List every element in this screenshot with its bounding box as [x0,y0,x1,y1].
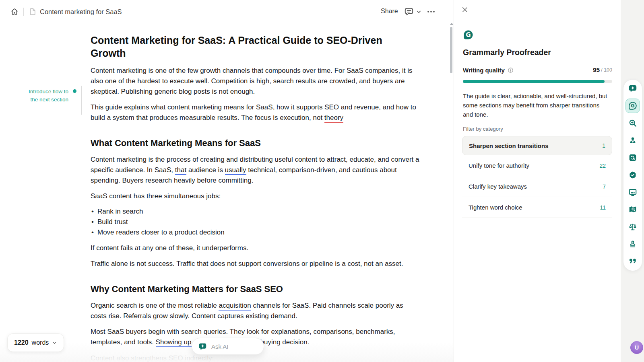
share-button[interactable]: Share [381,8,398,15]
editor-canvas[interactable]: Content Marketing for SaaS: A Practical … [91,23,420,362]
category-count: 7 [603,183,606,190]
svg-text:G: G [631,103,634,109]
plagiarism-check-icon[interactable] [623,201,642,218]
fairness-icon[interactable] [623,218,642,235]
suggestion-underline-blue[interactable]: acquisition [219,302,251,311]
topbar-divider [23,8,24,16]
quality-badge-icon[interactable] [623,166,642,183]
category-tighten-word-choice[interactable]: Tighten word choice 11 [462,197,612,218]
document-scrollbar[interactable] [450,27,452,73]
document-title: Content marketing for SaaS [40,8,122,16]
category-count: 1 [602,142,605,149]
personalize-icon[interactable] [623,132,642,149]
doc-paragraph-intro[interactable]: Content marketing is one of the few grow… [91,66,420,97]
margin-comment[interactable]: Introduce flow to the next section [23,88,68,103]
stamp-icon[interactable] [623,235,642,253]
doc-bullet-list[interactable]: Rank in search Build trust Move readers … [91,206,420,238]
quality-summary: The guide is clear, actionable, and well… [463,91,611,119]
doc-paragraph-guide[interactable]: This guide explains what content marketi… [91,102,420,123]
quality-score: 95 [593,66,600,74]
writing-quality-label: Writing quality [463,67,505,74]
grammarly-icon[interactable]: G [623,97,642,114]
bullet-item[interactable]: Rank in search [91,206,420,217]
more-options-icon[interactable] [426,7,436,16]
active-tool-highlight: G [625,99,640,113]
word-count-unit: words [32,339,49,346]
chevron-down-icon [52,340,57,346]
suggestion-underline-blue[interactable]: usually [225,166,246,175]
share-chevron-down-icon[interactable] [416,9,422,15]
document-icon [29,8,37,16]
doc-heading-means[interactable]: What Content Marketing Means for SaaS [91,138,420,149]
suggestion-underline-blue[interactable]: that [175,166,186,175]
paraphrase-icon[interactable] [623,149,642,166]
ask-ai-button[interactable]: Ask AI [192,338,264,355]
quality-progress-fill [463,80,605,83]
category-clarify-takeaways[interactable]: Clarify key takeaways 7 [462,176,612,197]
writing-quality-row: Writing quality 95 / 100 [463,66,612,74]
home-icon[interactable] [10,8,19,16]
word-count-value: 1220 [14,339,29,346]
citations-icon[interactable] [623,253,642,270]
user-avatar[interactable]: U [630,341,643,354]
ask-ai-label: Ask AI [211,343,229,350]
doc-heading-1[interactable]: Content Marketing for SaaS: A Practical … [91,34,420,60]
ai-chat-icon[interactable] [623,80,642,97]
quality-score-max: / 100 [601,67,612,73]
bullet-item[interactable]: Build trust [91,217,420,227]
doc-paragraph-means[interactable]: Content marketing is the process of crea… [91,154,420,186]
ai-chat-icon [198,342,207,351]
doc-heading-why[interactable]: Why Content Marketing Matters for SaaS S… [91,284,420,295]
tool-rail: G [623,79,642,271]
doc-paragraph-jobs[interactable]: SaaS content has three simultaneous jobs… [91,191,420,202]
topbar: Content marketing for SaaS Share [0,0,454,23]
filter-by-category-label: Filter by category [463,126,503,132]
comment-anchor-dot[interactable] [73,89,76,93]
quality-progress-track [463,80,612,83]
svg-text:G: G [466,31,471,39]
close-icon[interactable] [461,6,469,13]
audience-icon[interactable] [623,183,642,201]
info-icon[interactable] [508,67,514,73]
category-sharpen-transitions[interactable]: Sharpen section transitions 1 [462,136,612,155]
doc-paragraph-organic[interactable]: Organic search is one of the most reliab… [91,300,420,321]
comment-anchor-line [81,86,82,115]
word-count-button[interactable]: 1220 words [7,333,64,352]
doc-paragraph-fails[interactable]: If content fails at any one of these, it… [91,243,420,253]
grammarly-panel: G Grammarly Proofreader Writing quality … [454,0,621,362]
grammarly-logo-icon: G [463,29,474,40]
category-count: 22 [599,162,606,169]
suggestion-underline-red[interactable]: theory [324,114,343,123]
ai-search-icon[interactable] [623,114,642,132]
doc-paragraph-traffic[interactable]: Traffic alone is not success. Traffic th… [91,259,420,269]
category-count: 11 [600,204,606,211]
comments-icon[interactable] [404,6,414,17]
panel-title: Grammarly Proofreader [463,48,551,57]
category-list: Sharpen section transitions 1 Unify tone… [462,136,612,218]
category-unify-tone[interactable]: Unify tone for authority 22 [462,155,612,176]
bullet-item[interactable]: Move readers closer to a product decisio… [91,227,420,238]
